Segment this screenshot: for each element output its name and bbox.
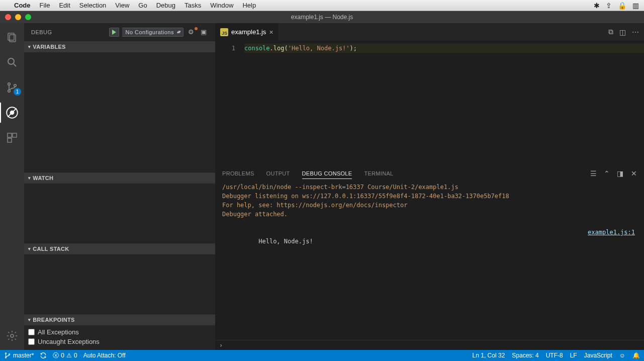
tab-debug-console[interactable]: DEBUG CONSOLE	[302, 168, 352, 179]
expand-up-icon[interactable]: ⌃	[604, 169, 610, 177]
console-line: For help, see: https://nodejs.org/en/doc…	[222, 201, 637, 210]
status-auto-attach[interactable]: Auto Attach: Off	[83, 352, 126, 359]
section-watch: ▾WATCH	[24, 172, 215, 243]
search-icon	[6, 56, 18, 68]
status-position[interactable]: Ln 1, Col 32	[473, 352, 505, 359]
error-icon: ⓧ	[53, 351, 59, 360]
window-close-button[interactable]	[5, 14, 11, 20]
svg-rect-0	[8, 33, 14, 40]
svg-point-9	[10, 111, 15, 115]
status-eol[interactable]: LF	[570, 352, 577, 359]
gear-icon	[6, 330, 18, 342]
files-icon	[6, 31, 18, 43]
console-text: Hello, Node.js!	[258, 238, 313, 245]
menu-code[interactable]: Code	[14, 2, 31, 9]
section-callstack-header[interactable]: ▾CALL STACK	[24, 243, 215, 254]
repl-input[interactable]: ›	[215, 340, 644, 350]
chevron-down-icon: ▾	[28, 44, 31, 49]
svg-rect-11	[13, 133, 17, 137]
bottom-panel: PROBLEMS OUTPUT DEBUG CONSOLE TERMINAL ☰…	[215, 165, 644, 350]
section-variables-header[interactable]: ▾VARIABLES	[24, 41, 215, 52]
debug-icon	[6, 106, 19, 119]
status-bell-icon[interactable]: 🔔	[632, 352, 640, 359]
code-token: );	[350, 45, 357, 52]
config-select[interactable]: No Configurations ▴▾	[122, 28, 183, 37]
activity-search[interactable]	[0, 52, 24, 72]
window-minimize-button[interactable]	[15, 14, 21, 20]
activity-scm[interactable]: 1	[0, 77, 24, 98]
debug-sidebar: DEBUG No Configurations ▴▾ ⚙ ▣ ▾VARIABLE…	[24, 23, 215, 350]
control-center-icon[interactable]: ▥	[632, 2, 639, 10]
tab-close-button[interactable]: ×	[269, 28, 273, 36]
breakpoint-label: Uncaught Exceptions	[38, 338, 100, 345]
status-encoding[interactable]: UTF-8	[546, 352, 563, 359]
chevron-updown-icon: ▴▾	[177, 30, 180, 34]
section-breakpoints: ▾BREAKPOINTS All Exceptions Uncaught Exc…	[24, 314, 215, 349]
config-label: No Configurations	[125, 29, 174, 35]
editor-area: JS example1.js × ⧉ ◫ ⋯ 1 console.log('He…	[215, 23, 644, 350]
status-sync[interactable]	[40, 352, 47, 359]
menu-go[interactable]: Go	[138, 2, 147, 9]
menu-tasks[interactable]: Tasks	[185, 2, 201, 9]
chevron-down-icon: ▾	[28, 317, 31, 322]
split-editor-icon[interactable]: ◫	[619, 28, 626, 36]
chevron-down-icon: ▾	[28, 246, 31, 251]
activity-debug[interactable]	[0, 103, 24, 123]
svg-point-16	[5, 357, 6, 358]
activity-extensions[interactable]	[0, 128, 24, 148]
activity-settings[interactable]	[0, 326, 24, 346]
svg-point-15	[5, 353, 6, 354]
menu-help[interactable]: Help	[242, 2, 256, 9]
tab-terminal[interactable]: TERMINAL	[364, 168, 393, 178]
menu-file[interactable]: File	[40, 2, 50, 9]
play-icon	[112, 30, 117, 35]
warning-count: 0	[74, 352, 77, 359]
breakpoint-checkbox[interactable]	[28, 338, 35, 345]
filter-icon[interactable]: ☰	[590, 169, 597, 177]
section-breakpoints-header[interactable]: ▾BREAKPOINTS	[24, 314, 215, 325]
breakpoint-row[interactable]: Uncaught Exceptions	[28, 337, 211, 346]
menu-selection[interactable]: Selection	[79, 2, 106, 9]
debug-console-toggle[interactable]: ▣	[199, 28, 209, 36]
section-watch-header[interactable]: ▾WATCH	[24, 172, 215, 184]
dropbox-icon[interactable]: ⇪	[606, 2, 612, 10]
code-editor[interactable]: 1 console.log('Hello, Node.js!');	[215, 41, 644, 165]
console-source-link[interactable]: example1.js:1	[588, 228, 637, 237]
status-feedback-icon[interactable]: ☺	[619, 352, 625, 359]
workbench: 1 DEBUG No Configurations ▴▾ ⚙ ▣	[0, 23, 644, 350]
window-maximize-button[interactable]	[25, 14, 31, 20]
section-watch-label: WATCH	[33, 175, 53, 181]
status-spaces[interactable]: Spaces: 4	[512, 352, 538, 359]
evernote-icon[interactable]: ✱	[594, 2, 600, 10]
section-breakpoints-label: BREAKPOINTS	[33, 317, 74, 323]
more-actions-icon[interactable]: ⋯	[632, 28, 639, 36]
menu-edit[interactable]: Edit	[59, 2, 70, 9]
section-callstack: ▾CALL STACK	[24, 243, 215, 314]
configure-gear-button[interactable]: ⚙	[187, 28, 196, 36]
activity-explorer[interactable]	[0, 27, 24, 47]
lock-icon[interactable]: 🔒	[618, 2, 626, 10]
tab-example1[interactable]: JS example1.js ×	[215, 23, 279, 41]
error-count: 0	[61, 352, 64, 359]
compare-changes-icon[interactable]: ⧉	[608, 28, 613, 36]
breakpoint-checkbox[interactable]	[28, 329, 35, 335]
tab-output[interactable]: OUTPUT	[266, 168, 290, 178]
status-branch[interactable]: master*	[4, 352, 34, 359]
tab-label: example1.js	[231, 28, 266, 36]
start-debug-button[interactable]	[109, 28, 119, 37]
menu-window[interactable]: Window	[210, 2, 233, 9]
tab-problems[interactable]: PROBLEMS	[222, 168, 254, 178]
section-variables-label: VARIABLES	[33, 44, 65, 50]
menu-debug[interactable]: Debug	[156, 2, 175, 9]
status-problems[interactable]: ⓧ0 ⚠0	[53, 351, 77, 360]
section-variables: ▾VARIABLES	[24, 41, 215, 172]
svg-point-4	[8, 83, 10, 85]
svg-point-2	[8, 58, 14, 64]
breakpoint-row[interactable]: All Exceptions	[28, 327, 211, 337]
panel-tabs: PROBLEMS OUTPUT DEBUG CONSOLE TERMINAL ☰…	[215, 165, 644, 182]
status-language[interactable]: JavaScript	[584, 352, 612, 359]
debug-console-body[interactable]: /usr/local/bin/node --inspect-brk=16337 …	[215, 182, 644, 340]
layout-toggle-icon[interactable]: ◨	[617, 169, 623, 177]
panel-close-button[interactable]: ✕	[631, 169, 637, 177]
menu-view[interactable]: View	[115, 2, 129, 9]
